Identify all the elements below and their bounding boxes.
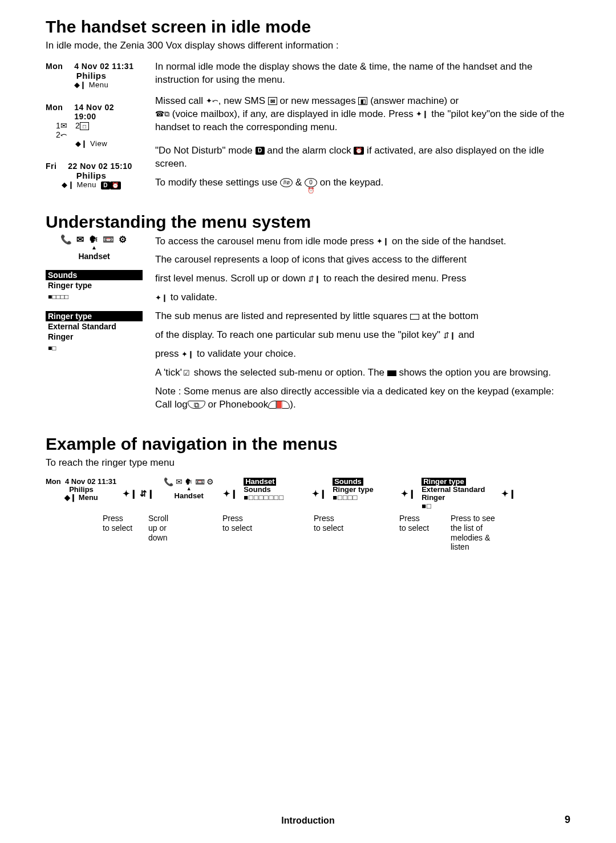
arrow-icon: ✦❙ ⇵❙ xyxy=(121,489,156,499)
lcd3-day: Fri xyxy=(46,162,56,171)
filled-square-icon xyxy=(387,370,396,376)
carousel-icons: 📞 ✉ 🗣 📼 ⚙ xyxy=(46,235,143,244)
heading-idle-mode: The handset screen in idle mode xyxy=(46,17,570,37)
lcd2-date: 14 Nov 02 19:00 xyxy=(74,103,137,121)
t-missed-a: Missed call xyxy=(155,95,206,106)
dnd-icon: D xyxy=(256,147,265,155)
alarm-mini-icon: ⏰ xyxy=(110,181,121,189)
t2-7a: press xyxy=(155,348,181,359)
cap-press-3: Press to select xyxy=(314,514,359,552)
para-dnd: "Do Not Disturb" mode D and the alarm cl… xyxy=(155,144,570,171)
nav1-date: 4 Nov 02 11:31 xyxy=(65,477,116,486)
pilot-key-icon: ✦❙ xyxy=(155,294,168,302)
nav5-dots: ■□ xyxy=(422,502,496,510)
missed-call-icon: ⤺ xyxy=(60,130,68,139)
nav3-bar: Handset xyxy=(244,478,276,486)
t2-5b: at the bottom xyxy=(419,310,479,321)
voice-mailbox-icon: ☎⧉ xyxy=(155,110,169,118)
lcd3-date: 22 Nov 02 15:10 xyxy=(68,162,132,171)
menu-sounds-item: Ringer type xyxy=(46,280,143,291)
nav1-day: Mon xyxy=(46,477,61,486)
t-mod-c: on the keypad. xyxy=(317,177,383,188)
dnd-mini-icon: D xyxy=(101,181,110,189)
tape-icon: □ xyxy=(80,122,89,130)
nav-captions-row: Press to select Scroll up or down Press … xyxy=(46,514,570,552)
t2-8c: shows the option you are browsing. xyxy=(396,367,551,378)
nav5-item1: External Standard xyxy=(422,486,496,494)
p-first-level: first level menus. Scroll up or down ⇵❙ … xyxy=(155,272,570,285)
nav3-dots: ■□□□□□□□ xyxy=(244,494,306,502)
nav4-dots: ■□□□□ xyxy=(333,494,395,502)
menu-sounds: Sounds Ringer type ■□□□□ xyxy=(46,270,143,302)
cap-press-4: Press to select xyxy=(399,514,445,552)
nav1-name: Philips xyxy=(46,486,117,494)
t2-6b: and xyxy=(456,329,475,340)
nav-step5: Ringer type External Standard Ringer ■□ xyxy=(422,478,496,510)
nav1-hint: ◆❙ Menu xyxy=(46,494,117,502)
heading-navigation-example: Example of navigation in the menus xyxy=(46,434,570,454)
pilot-key-icon: ✦❙ xyxy=(181,350,194,358)
cap-press-5: Press to see the list of melodies & list… xyxy=(451,514,513,552)
t-missed-e: (voice mailbox), if any, are displayed i… xyxy=(169,108,416,119)
menu-sounds-title: Sounds xyxy=(46,270,143,280)
nav4-item: Ringer type xyxy=(333,486,395,494)
t-mod-b: & xyxy=(293,177,305,188)
lcd1-date: 4 Nov 02 11:31 xyxy=(74,62,133,71)
menu-ringer-item2: Ringer xyxy=(46,332,143,342)
cap-press-2: Press to select xyxy=(222,514,268,552)
nav-step3: Handset Sounds ■□□□□□□□ xyxy=(244,478,306,502)
sms-icon: ✉ xyxy=(268,97,277,105)
t2-3b: to reach the desired menu. Press xyxy=(321,273,466,284)
lcd2-hint: ◆❙ View xyxy=(46,139,137,148)
p-press-validate: press ✦❙ to validate your choice. xyxy=(155,348,570,361)
nav4-bar: Sounds xyxy=(333,478,363,486)
tick-icon: ☑ xyxy=(182,369,191,377)
footer-title: Introduction xyxy=(0,816,616,826)
p-submenu-pilot: of the display. To reach one particular … xyxy=(155,329,570,342)
menu-sounds-dots: ■□□□□ xyxy=(46,292,143,302)
t2-7b: to validate your choice. xyxy=(194,348,296,359)
nav-step2: 📞 ✉ 🗣 📼 ⚙ ▲ Handset xyxy=(160,478,217,501)
t2-4: to validate. xyxy=(168,292,217,302)
alarm-clock-icon: ⏰ xyxy=(354,147,364,155)
carousel-label: Handset xyxy=(46,252,143,261)
menu-ringer-title: Ringer type xyxy=(46,311,143,321)
p-submenu-squares: The sub menus are listed and represented… xyxy=(155,310,570,323)
lcd3-hint: ◆❙ Menu xyxy=(62,180,96,189)
t2-8a: A 'tick' xyxy=(155,367,182,378)
scroll-key-icon: ⇵❙ xyxy=(443,332,456,340)
t2-1b: on the side of the handset. xyxy=(389,236,506,247)
cap-scroll: Scroll up or down xyxy=(148,514,183,552)
phonebook-key-icon: 📕 xyxy=(268,401,290,409)
menu-ringer-type: Ringer type External Standard Ringer ■□ xyxy=(46,311,143,353)
page-number: 9 xyxy=(565,814,570,826)
nav2-label: Handset xyxy=(160,492,217,500)
intro-navigation: To reach the ringer type menu xyxy=(46,457,570,469)
arrow-icon: ✦❙ xyxy=(400,489,417,499)
t2-6a: of the display. To reach one particular … xyxy=(155,329,443,340)
menu-ringer-item1: External Standard xyxy=(46,321,143,332)
lcd1-name: Philips xyxy=(46,71,137,80)
navigation-flow: Mon 4 Nov 02 11:31 Philips ◆❙ Menu ✦❙ ⇵❙… xyxy=(46,478,570,510)
heading-menu-system: Understanding the menu system xyxy=(46,212,570,232)
lcd3-name: Philips xyxy=(46,171,137,180)
t-mod-a: To modify these settings use xyxy=(155,177,280,188)
answer-machine-icon: ◧ xyxy=(358,97,367,105)
lcd1-hint: ◆❙ Menu xyxy=(46,80,137,89)
nav2-icons: 📞 ✉ 🗣 📼 ⚙ xyxy=(160,478,217,486)
nav3-item: Sounds xyxy=(244,486,306,494)
arrow-icon: ✦❙ xyxy=(500,489,517,499)
para-modify: To modify these settings use #ø & 0⏰ on … xyxy=(155,176,570,189)
p-tick: A 'tick'☑ shows the selected sub-menu or… xyxy=(155,366,570,380)
square-icon xyxy=(410,314,419,320)
t-dnd-b: and the alarm clock xyxy=(265,145,354,156)
t2-8b: shows the selected sub-menu or option. T… xyxy=(191,367,387,378)
nav-step4: Sounds Ringer type ■□□□□ xyxy=(333,478,395,502)
arrow-icon: ✦❙ xyxy=(222,489,239,499)
missed-call-icon: ✦⤺ xyxy=(206,97,218,105)
call-log-key-icon: ⧉ xyxy=(188,401,205,409)
p-validate: ✦❙ to validate. xyxy=(155,291,570,304)
lcd-screen-dnd: Fri 22 Nov 02 15:10 Philips ◆❙ Menu D⏰ xyxy=(46,160,137,191)
t2-9c: ). xyxy=(290,399,295,410)
carousel-screen: 📞 ✉ 🗣 📼 ⚙ ▲ Handset xyxy=(46,235,143,261)
